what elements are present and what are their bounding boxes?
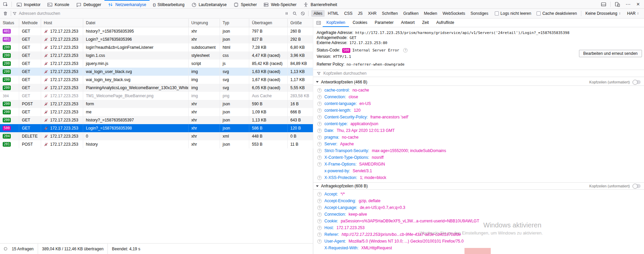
type-cell: json [220, 100, 249, 108]
request-row[interactable]: 304GET172.17.223.253TM1_WelcomePage_Blue… [0, 92, 313, 100]
dock-side-button[interactable] [598, 2, 609, 7]
tab-inspektor[interactable]: Inspektor [13, 0, 44, 8]
disable-cache-checkbox[interactable]: Cache deaktivieren [537, 11, 577, 16]
column-header-status[interactable]: Status [0, 19, 19, 27]
har-select[interactable]: HAR [627, 11, 640, 16]
tab-konsole[interactable]: Konsole [44, 0, 72, 8]
help-icon[interactable]: ? [317, 129, 322, 133]
column-header-datei[interactable]: Datei [83, 19, 189, 27]
help-icon[interactable]: ? [317, 122, 322, 126]
host-text: 172.17.223.253 [50, 102, 78, 106]
host-text: 172.17.223.253 [50, 77, 78, 82]
request-row[interactable]: 200GET172.17.223.253mexhrjson1,09 KB666 … [0, 108, 313, 116]
request-row[interactable]: 200GET172.17.223.253wai_login_key_black.… [0, 76, 313, 84]
headers-search-input[interactable] [323, 71, 644, 76]
help-icon[interactable]: ? [317, 226, 322, 230]
help-icon[interactable]: ? [317, 239, 322, 244]
filter-xhr[interactable]: XHR [366, 10, 379, 17]
help-icon[interactable]: ? [317, 149, 322, 153]
help-icon[interactable]: ? [317, 199, 322, 203]
tab-debugger[interactable]: Debugger [73, 0, 105, 8]
header-row: ?Content-Security-Policy:frame-ancestors… [313, 114, 644, 120]
help-icon[interactable]: ? [317, 176, 322, 180]
responsive-design-mode-button[interactable] [612, 2, 623, 7]
request-row[interactable]: 200GET172.17.223.253history?_=1587635835… [0, 116, 313, 124]
tab-speicher[interactable]: Speicher [230, 0, 260, 8]
filter-alles[interactable]: Alles [311, 10, 325, 17]
block-request-button[interactable] [299, 11, 307, 16]
response-headers-section[interactable]: Antwortkopfzeilen (466 B) Kopfzeilen (un… [313, 78, 644, 86]
close-button[interactable]: ✕ [634, 2, 643, 7]
details-tab-antwort[interactable]: Antwort [397, 19, 418, 27]
request-row[interactable]: 401GET172.17.223.253Login?_=158763583539… [0, 35, 313, 43]
filter-grafiken[interactable]: Grafiken [401, 10, 421, 17]
help-icon[interactable]: ? [317, 192, 322, 196]
help-icon[interactable]: ? [317, 219, 322, 223]
clear-requests-button[interactable] [1, 11, 9, 16]
filter-websockets[interactable]: WebSockets [440, 10, 468, 17]
filter-schriften[interactable]: Schriften [380, 10, 400, 17]
help-icon[interactable]: ? [317, 108, 322, 113]
help-icon[interactable]: ? [317, 206, 322, 210]
help-icon[interactable]: ? [317, 95, 322, 99]
help-icon[interactable]: ? [317, 162, 322, 167]
meatball-menu-button[interactable]: ⋯ [623, 1, 634, 7]
request-row[interactable]: 200GET172.17.223.253login.1.cssstyleshee… [0, 51, 313, 60]
header-value: Mozilla/5.0 (Windows NT 10.0; ...) Gecko… [349, 239, 463, 244]
help-icon[interactable]: ? [317, 115, 322, 119]
request-row[interactable]: 401GET172.17.223.253history?_=1587635835… [0, 27, 313, 35]
request-row[interactable]: 204DELETE172.17.223.2530xhrxml448 B0 B [0, 132, 313, 140]
help-icon[interactable]: ? [317, 212, 322, 217]
element-picker-button[interactable] [1, 2, 10, 7]
request-row[interactable]: 200GET172.17.223.253login?reauth&cb=Logi… [0, 43, 313, 51]
pause-traffic-button[interactable] [283, 11, 291, 16]
filter-sonstiges[interactable]: Sonstiges [468, 10, 491, 17]
help-icon[interactable]: ? [317, 155, 322, 160]
help-icon[interactable]: ? [403, 48, 408, 52]
help-icon[interactable]: ? [317, 102, 322, 106]
header-row: ?User-Agent:Mozilla/5.0 (Windows NT 10.0… [313, 238, 644, 245]
column-header-typ[interactable]: Typ [220, 19, 249, 27]
details-tab-cookies[interactable]: Cookies [349, 19, 371, 27]
status-cell: 200 [0, 51, 19, 60]
column-header-gr-e[interactable]: Größe [288, 19, 313, 27]
request-row[interactable]: 200GET172.17.223.253wai_login_user_black… [0, 68, 313, 76]
throttling-select[interactable]: Keine Drosselung [585, 11, 622, 16]
help-icon[interactable]: ? [317, 88, 322, 93]
collapse-panel-button[interactable] [315, 21, 323, 25]
column-header--bertragen[interactable]: Übertragen [249, 19, 288, 27]
help-icon[interactable]: ? [317, 135, 322, 140]
request-headers-section[interactable]: Anfragekopfzeilen (608 B) Kopfzeilen (un… [313, 182, 644, 190]
request-row[interactable]: 500GET172.17.223.253Login?_=158763583539… [0, 124, 313, 132]
tab-barrierefreiheit[interactable]: Barrierefreiheit [300, 0, 341, 8]
filter-medien[interactable]: Medien [422, 10, 440, 17]
details-tab-kopfzeilen[interactable]: Kopfzeilen [323, 19, 349, 27]
column-header-host[interactable]: Host [41, 19, 83, 27]
column-header-methode[interactable]: Methode [19, 19, 41, 27]
help-icon[interactable]: ? [317, 232, 322, 237]
help-icon[interactable]: ? [317, 142, 322, 146]
address-filter-input[interactable] [19, 9, 283, 18]
request-row[interactable]: 200POST172.17.223.253formxhrjson590 B16 … [0, 100, 313, 108]
details-tab-parameter[interactable]: Parameter [371, 19, 397, 27]
tab-netzwerkanalyse[interactable]: Netzwerkanalyse [104, 0, 149, 8]
details-tab-aufrufliste[interactable]: Aufrufliste [432, 19, 458, 27]
tab-stilbearbeitung[interactable]: { }Stilbearbeitung [150, 0, 188, 8]
filter-css[interactable]: CSS [342, 10, 355, 17]
raw-headers-toggle[interactable] [633, 80, 641, 84]
request-row[interactable]: 200GET172.17.223.253jquery.min.jsscriptj… [0, 60, 313, 68]
details-tab-zeit[interactable]: Zeit [418, 19, 432, 27]
header-name: Date: [324, 128, 334, 133]
type-cell: svg [220, 76, 249, 84]
edit-resend-button[interactable]: Bearbeiten und erneut senden [579, 50, 642, 57]
column-header-ursprung[interactable]: Ursprung [189, 19, 220, 27]
request-row[interactable]: 201POST172.17.223.253historyxhrjson553 B… [0, 140, 313, 148]
persist-logs-checkbox[interactable]: Logs nicht leeren [495, 11, 531, 16]
tab-web-speicher[interactable]: Web-Speicher [260, 0, 300, 8]
tab-laufzeitanalyse[interactable]: Laufzeitanalyse [188, 0, 230, 8]
filter-js[interactable]: JS [355, 10, 365, 17]
request-row[interactable]: 200GET172.17.223.253PlanningAnalyticsLog… [0, 84, 313, 92]
raw-headers-toggle[interactable] [633, 184, 641, 188]
search-button[interactable] [291, 11, 299, 16]
filter-html[interactable]: HTML [325, 10, 341, 17]
